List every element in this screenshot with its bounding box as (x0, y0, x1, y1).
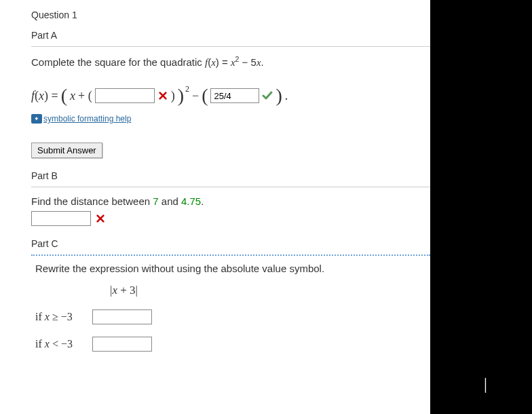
inner-close: ) (171, 89, 175, 103)
prompt-text: Complete the square for the quadratic (31, 56, 205, 68)
rhs-x: x (231, 57, 235, 68)
case-1-label: if x ≥ −3 (35, 311, 80, 323)
case-1-input[interactable] (92, 309, 152, 324)
part-a-box: Complete the square for the quadratic f(… (31, 46, 430, 158)
blank-1-input[interactable] (95, 88, 155, 103)
pb-val2: 4.75 (181, 195, 201, 207)
pb-mid: and (159, 195, 181, 207)
abs-var: x (112, 284, 117, 297)
big-paren-open: ( (61, 86, 67, 105)
help-link-text: symbolic formatting help (43, 114, 131, 124)
eq-lhs: f(x) = (31, 89, 58, 103)
part-b-input[interactable] (31, 211, 91, 226)
content-pane: Question 1 Part A Complete the square fo… (0, 0, 430, 414)
abs-expression: |x + 3| (35, 284, 430, 297)
abs-plus: + 3 (117, 284, 136, 297)
equation-row: f(x) = ( x + ( ) ) 2 − ( ) . (31, 86, 430, 105)
paren2-open: ( (202, 86, 208, 105)
symbolic-help-link[interactable]: ✦ symbolic formatting help (31, 114, 131, 124)
prompt-period: . (261, 56, 264, 68)
part-c-prompt: Rewrite the expression without using the… (35, 263, 430, 274)
question-title: Question 1 (31, 10, 430, 20)
plus-open: + ( (78, 89, 92, 103)
part-a-label: Part A (31, 30, 430, 41)
help-badge-icon: ✦ (31, 114, 42, 124)
eq-period: . (285, 89, 288, 103)
inner-x: x (70, 89, 75, 103)
part-b-prompt: Find the distance between 7 and 4.75. (31, 195, 430, 207)
blank-2-input[interactable] (210, 88, 259, 103)
black-sidebar: │ (430, 0, 532, 414)
wrong-icon (157, 90, 168, 101)
eq-sign: = (219, 56, 231, 68)
squared-exp: 2 (185, 84, 189, 94)
part-b-label: Part B (31, 170, 430, 181)
rhs-tail: − 5 (239, 56, 256, 68)
abs-close: | (136, 284, 138, 297)
pb-post: . (201, 195, 204, 207)
minus: − (192, 89, 199, 103)
submit-button[interactable]: Submit Answer (31, 143, 102, 158)
part-c-box: Rewrite the expression without using the… (31, 255, 430, 352)
wrong-icon (95, 213, 106, 224)
part-c-label: Part C (31, 238, 430, 249)
fx-f: f (205, 57, 208, 68)
pb-pre: Find the distance between (31, 195, 153, 207)
case-1-row: if x ≥ −3 (35, 309, 430, 324)
case-2-input[interactable] (92, 337, 152, 352)
paren2-close: ) (276, 86, 282, 105)
pb-val1: 7 (153, 195, 158, 207)
case-2-label: if x < −3 (35, 338, 80, 350)
fx-x: x (211, 57, 216, 68)
part-a-prompt: Complete the square for the quadratic f(… (31, 55, 430, 69)
text-cursor-icon: │ (482, 378, 490, 392)
part-b-box: Find the distance between 7 and 4.75. (31, 187, 430, 226)
big-paren-close: ) (178, 86, 184, 105)
correct-icon (262, 90, 273, 101)
rhs-tail-x: x (256, 57, 261, 68)
case-2-row: if x < −3 (35, 337, 430, 352)
